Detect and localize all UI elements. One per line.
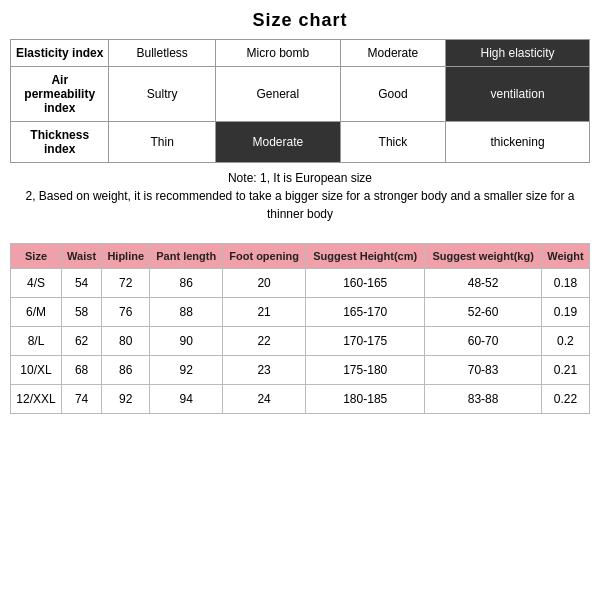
thickness-col4: thickening (446, 122, 590, 163)
thickness-row: Thickness index Thin Moderate Thick thic… (11, 122, 590, 163)
cell-0-1: 54 (62, 269, 102, 298)
thickness-col3: Thick (340, 122, 445, 163)
permeability-row: Air permeability index Sultry General Go… (11, 67, 590, 122)
col-header-2: Hipline (102, 244, 150, 269)
col-header-3: Pant length (150, 244, 223, 269)
cell-3-5: 175-180 (306, 356, 425, 385)
cell-2-7: 0.2 (541, 327, 589, 356)
cell-0-2: 72 (102, 269, 150, 298)
permeability-label: Air permeability index (11, 67, 109, 122)
cell-4-6: 83-88 (425, 385, 542, 414)
cell-4-5: 180-185 (306, 385, 425, 414)
cell-1-0: 6/M (11, 298, 62, 327)
title: Size chart (10, 10, 590, 31)
permeability-col3: Good (340, 67, 445, 122)
cell-2-6: 60-70 (425, 327, 542, 356)
elasticity-label: Elasticity index (11, 40, 109, 67)
note-text: Note: 1, It is European size 2, Based on… (11, 163, 590, 230)
thickness-col2: Moderate (215, 122, 340, 163)
cell-2-5: 170-175 (306, 327, 425, 356)
cell-2-3: 90 (150, 327, 223, 356)
cell-4-2: 92 (102, 385, 150, 414)
cell-1-7: 0.19 (541, 298, 589, 327)
elasticity-col4: High elasticity (446, 40, 590, 67)
thickness-col1: Thin (109, 122, 215, 163)
table-row: 6/M58768821165-17052-600.19 (11, 298, 590, 327)
cell-0-6: 48-52 (425, 269, 542, 298)
permeability-col2: General (215, 67, 340, 122)
permeability-col1: Sultry (109, 67, 215, 122)
note-row: Note: 1, It is European size 2, Based on… (11, 163, 590, 230)
size-table-header: SizeWaistHiplinePant lengthFoot openingS… (11, 244, 590, 269)
cell-3-7: 0.21 (541, 356, 589, 385)
elasticity-col1: Bulletless (109, 40, 215, 67)
cell-1-5: 165-170 (306, 298, 425, 327)
cell-3-6: 70-83 (425, 356, 542, 385)
table-row: 8/L62809022170-17560-700.2 (11, 327, 590, 356)
cell-4-3: 94 (150, 385, 223, 414)
cell-1-4: 21 (223, 298, 306, 327)
cell-4-0: 12/XXL (11, 385, 62, 414)
col-header-1: Waist (62, 244, 102, 269)
cell-2-1: 62 (62, 327, 102, 356)
cell-1-3: 88 (150, 298, 223, 327)
elasticity-col2: Micro bomb (215, 40, 340, 67)
cell-3-4: 23 (223, 356, 306, 385)
cell-4-4: 24 (223, 385, 306, 414)
col-header-5: Suggest Height(cm) (306, 244, 425, 269)
col-header-6: Suggest weight(kg) (425, 244, 542, 269)
elasticity-row: Elasticity index Bulletless Micro bomb M… (11, 40, 590, 67)
cell-4-7: 0.22 (541, 385, 589, 414)
cell-3-2: 86 (102, 356, 150, 385)
cell-4-1: 74 (62, 385, 102, 414)
permeability-col4: ventilation (446, 67, 590, 122)
table-row: 10/XL68869223175-18070-830.21 (11, 356, 590, 385)
cell-3-1: 68 (62, 356, 102, 385)
cell-2-4: 22 (223, 327, 306, 356)
cell-3-3: 92 (150, 356, 223, 385)
cell-2-2: 80 (102, 327, 150, 356)
table-row: 12/XXL74929424180-18583-880.22 (11, 385, 590, 414)
cell-1-1: 58 (62, 298, 102, 327)
col-header-4: Foot opening (223, 244, 306, 269)
elasticity-col3: Moderate (340, 40, 445, 67)
properties-table: Elasticity index Bulletless Micro bomb M… (10, 39, 590, 229)
col-header-7: Weight (541, 244, 589, 269)
table-row: 4/S54728620160-16548-520.18 (11, 269, 590, 298)
cell-2-0: 8/L (11, 327, 62, 356)
cell-0-3: 86 (150, 269, 223, 298)
cell-0-7: 0.18 (541, 269, 589, 298)
cell-0-4: 20 (223, 269, 306, 298)
col-header-0: Size (11, 244, 62, 269)
cell-1-6: 52-60 (425, 298, 542, 327)
cell-0-0: 4/S (11, 269, 62, 298)
cell-0-5: 160-165 (306, 269, 425, 298)
size-table: SizeWaistHiplinePant lengthFoot openingS… (10, 243, 590, 414)
cell-1-2: 76 (102, 298, 150, 327)
cell-3-0: 10/XL (11, 356, 62, 385)
thickness-label: Thickness index (11, 122, 109, 163)
